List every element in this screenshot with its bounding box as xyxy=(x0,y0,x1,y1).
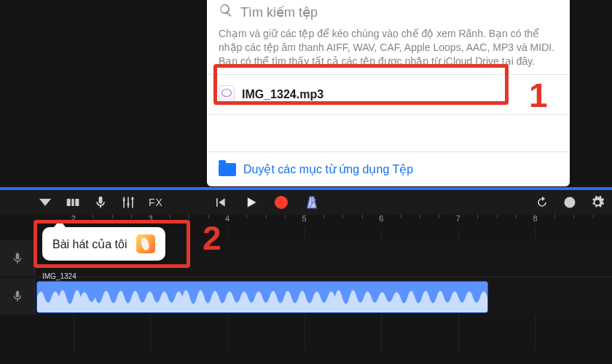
waveform-icon xyxy=(37,282,487,312)
settings-button[interactable] xyxy=(590,195,605,210)
microphone-button[interactable] xyxy=(93,195,108,210)
undo-button[interactable] xyxy=(535,195,549,210)
clip-label: IMG_1324 xyxy=(42,272,76,280)
track-header-2[interactable] xyxy=(0,278,35,314)
loop-button[interactable] xyxy=(562,195,577,210)
timeline-ruler[interactable]: 2345678 xyxy=(35,215,612,228)
search-row[interactable]: Tìm kiếm tệp xyxy=(207,0,570,27)
annotation-number-1: 1 xyxy=(529,76,548,115)
file-row[interactable]: IMG_1324.mp3 xyxy=(207,74,570,115)
my-songs-popover[interactable]: Bài hát của tôi xyxy=(42,227,165,261)
svg-rect-2 xyxy=(75,199,79,206)
microphone-icon xyxy=(11,290,24,303)
annotation-number-2: 2 xyxy=(203,218,221,258)
svg-point-3 xyxy=(123,199,125,201)
search-placeholder: Tìm kiếm tệp xyxy=(240,4,318,20)
file-browser-panel: Tìm kiếm tệp Chạm và giữ các tệp để kéo … xyxy=(207,0,570,186)
folder-icon xyxy=(219,163,236,176)
play-button[interactable] xyxy=(243,195,258,210)
svg-point-6 xyxy=(565,197,574,207)
file-name: IMG_1324.mp3 xyxy=(242,88,323,101)
browse-files-row[interactable]: Duyệt các mục từ ứng dụng Tệp xyxy=(207,151,570,186)
audio-clip[interactable] xyxy=(36,281,488,313)
transport-toolbar: FX xyxy=(0,190,612,215)
microphone-icon xyxy=(11,252,24,265)
browse-label: Duyệt các mục từ ứng dụng Tệp xyxy=(243,162,413,176)
mp3-file-icon xyxy=(219,85,235,104)
record-icon xyxy=(275,196,288,209)
fx-button[interactable]: FX xyxy=(149,195,163,210)
svg-rect-0 xyxy=(67,199,71,206)
metronome-button[interactable] xyxy=(305,195,319,210)
svg-point-4 xyxy=(127,203,129,205)
svg-rect-1 xyxy=(71,199,74,206)
track-menu-button[interactable] xyxy=(38,195,52,210)
garageband-icon xyxy=(136,234,155,253)
regions-button[interactable] xyxy=(66,195,80,210)
popover-title: Bài hát của tôi xyxy=(52,237,128,251)
mixer-button[interactable] xyxy=(121,195,136,210)
chevron-down-icon xyxy=(39,199,51,206)
svg-point-5 xyxy=(131,197,133,199)
rewind-button[interactable] xyxy=(213,195,227,210)
track-header-1[interactable] xyxy=(0,240,35,277)
record-button[interactable] xyxy=(274,195,289,210)
import-hint: Chạm và giữ các tệp để kéo chúng vào chế… xyxy=(207,27,570,74)
search-icon xyxy=(219,3,233,21)
